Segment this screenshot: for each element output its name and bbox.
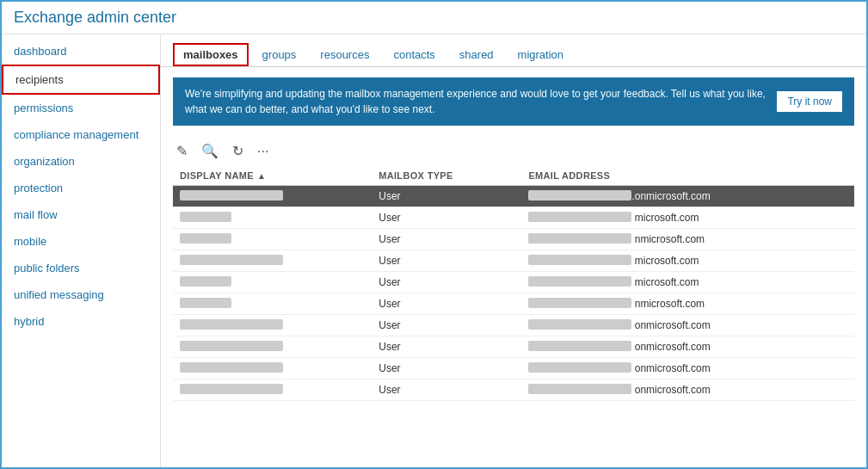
table-row[interactable]: User onmicrosoft.com bbox=[173, 380, 854, 401]
tab-bar: mailboxes groups resources contacts shar… bbox=[161, 34, 866, 67]
app-header: Exchange admin center bbox=[2, 2, 866, 34]
sidebar-item-unifiedmessaging[interactable]: unified messaging bbox=[2, 281, 160, 308]
table-row[interactable]: User onmicrosoft.com bbox=[173, 358, 854, 380]
sidebar: dashboard recipients permissions complia… bbox=[2, 34, 161, 467]
sidebar-item-recipients[interactable]: recipients bbox=[2, 65, 160, 95]
more-options-icon[interactable]: ··· bbox=[254, 142, 272, 161]
table-row[interactable]: User onmicrosoft.com bbox=[173, 336, 854, 358]
table-row[interactable]: User .onmicrosoft.com bbox=[173, 186, 854, 207]
content-area: mailboxes groups resources contacts shar… bbox=[161, 34, 866, 467]
sidebar-item-publicfolders[interactable]: public folders bbox=[2, 255, 160, 281]
col-mailbox-type[interactable]: MAILBOX TYPE bbox=[372, 166, 521, 186]
table-row[interactable]: User nmicrosoft.com bbox=[173, 229, 854, 250]
table-row[interactable]: User microsoft.com bbox=[173, 250, 854, 272]
sort-icon: ▲ bbox=[257, 171, 266, 181]
refresh-icon[interactable]: ↻ bbox=[229, 141, 247, 161]
table-row[interactable]: User microsoft.com bbox=[173, 272, 854, 293]
search-icon[interactable]: 🔍 bbox=[198, 141, 222, 161]
sidebar-item-organization[interactable]: organization bbox=[2, 148, 160, 175]
app-title: Exchange admin center bbox=[14, 9, 176, 26]
tab-mailboxes[interactable]: mailboxes bbox=[173, 43, 249, 66]
mailbox-table-area: DISPLAY NAME ▲ MAILBOX TYPE EMAIL ADDRES… bbox=[161, 166, 866, 467]
edit-icon[interactable]: ✎ bbox=[173, 141, 191, 161]
sidebar-item-protection[interactable]: protection bbox=[2, 175, 160, 201]
feedback-banner: We're simplifying and updating the mailb… bbox=[173, 77, 854, 126]
tab-contacts[interactable]: contacts bbox=[383, 43, 445, 66]
table-row[interactable]: User nmicrosoft.com bbox=[173, 293, 854, 315]
sidebar-item-dashboard[interactable]: dashboard bbox=[2, 38, 160, 65]
col-display-name[interactable]: DISPLAY NAME ▲ bbox=[173, 166, 372, 186]
table-row[interactable]: User onmicrosoft.com bbox=[173, 315, 854, 336]
mailbox-table: DISPLAY NAME ▲ MAILBOX TYPE EMAIL ADDRES… bbox=[173, 166, 854, 401]
tab-migration[interactable]: migration bbox=[508, 43, 574, 66]
banner-text: We're simplifying and updating the mailb… bbox=[185, 86, 777, 117]
toolbar: ✎ 🔍 ↻ ··· bbox=[161, 136, 866, 166]
try-it-now-button[interactable]: Try it now bbox=[777, 91, 842, 112]
tab-shared[interactable]: shared bbox=[449, 43, 504, 66]
app-container: Exchange admin center dashboard recipien… bbox=[0, 0, 868, 469]
sidebar-item-hybrid[interactable]: hybrid bbox=[2, 308, 160, 335]
table-row[interactable]: User microsoft.com bbox=[173, 207, 854, 229]
sidebar-item-permissions[interactable]: permissions bbox=[2, 95, 160, 121]
sidebar-item-mobile[interactable]: mobile bbox=[2, 228, 160, 255]
col-email-address[interactable]: EMAIL ADDRESS bbox=[521, 166, 854, 186]
tab-groups[interactable]: groups bbox=[252, 43, 307, 66]
sidebar-item-mailflow[interactable]: mail flow bbox=[2, 201, 160, 228]
main-layout: dashboard recipients permissions complia… bbox=[2, 34, 866, 467]
tab-resources[interactable]: resources bbox=[310, 43, 379, 66]
sidebar-item-compliance[interactable]: compliance management bbox=[2, 121, 160, 148]
